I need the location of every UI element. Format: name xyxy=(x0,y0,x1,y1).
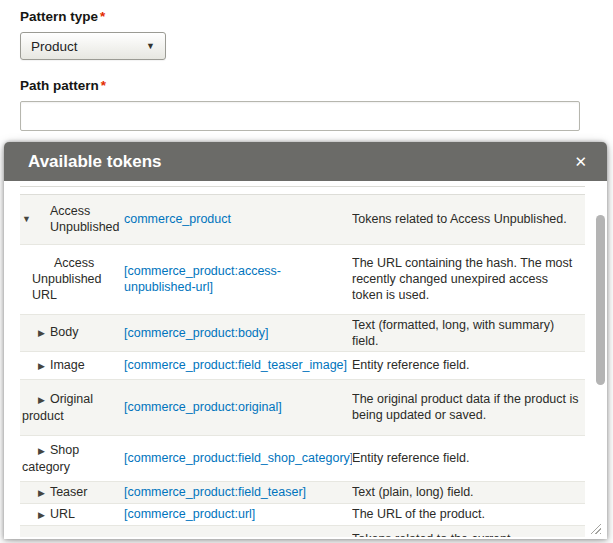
path-pattern-label: Path pattern* xyxy=(20,77,593,94)
token-value-cell: [commerce_product:body] xyxy=(124,314,352,351)
clipped-row xyxy=(20,187,585,194)
token-description: Entity reference field. xyxy=(352,451,469,465)
token-name-cell[interactable]: ▶URL xyxy=(20,503,124,525)
token-tree-scroll-area[interactable]: ▼ Access Unpublished commerce_product To… xyxy=(20,186,585,537)
tree-indent xyxy=(22,453,38,454)
close-icon[interactable]: ✕ xyxy=(572,152,589,171)
token-row-teaser: ▶Teaser [commerce_product:field_teaser] … xyxy=(20,481,585,503)
tree-indent xyxy=(22,402,38,403)
token-description: The URL containing the hash. The most re… xyxy=(352,256,572,302)
token-value-cell: [commerce_product:field_shop_category] xyxy=(124,435,352,481)
token-name-cell[interactable]: ▼ Access Unpublished xyxy=(20,194,124,244)
token-desc-cell: Entity reference field. xyxy=(352,435,585,481)
token-name: Access Unpublished xyxy=(50,204,120,234)
token-link[interactable]: [commerce_product:url] xyxy=(124,507,255,521)
tree-indent xyxy=(32,266,54,267)
token-link[interactable]: [commerce_product:body] xyxy=(124,326,269,340)
path-pattern-label-text: Path pattern xyxy=(20,78,99,93)
token-description: Tokens related to Access Unpublished. xyxy=(352,212,567,226)
token-description: The original product data if the product… xyxy=(352,392,579,422)
tree-indent xyxy=(22,368,38,369)
token-name-cell: Access Unpublished URL xyxy=(20,244,124,314)
token-name-cell[interactable]: ▶Original product xyxy=(20,379,124,435)
expand-toggle-icon[interactable]: ▶ xyxy=(38,488,45,498)
token-row-original-product: ▶Original product [commerce_product:orig… xyxy=(20,379,585,435)
token-row-image: ▶Image [commerce_product:field_teaser_im… xyxy=(20,351,585,379)
token-link[interactable]: [commerce_product:original] xyxy=(124,400,282,414)
tree-indent xyxy=(22,517,38,518)
token-desc-cell: Tokens related to Access Unpublished. xyxy=(352,194,585,244)
token-link[interactable]: [commerce_product:field_shop_category] xyxy=(124,451,352,465)
token-name-cell xyxy=(20,525,124,537)
token-row-body: ▶Body [commerce_product:body] Text (form… xyxy=(20,314,585,351)
token-description: Tokens related to the current xyxy=(352,532,510,538)
token-desc-cell: Entity reference field. xyxy=(352,351,585,379)
pattern-type-select[interactable]: Product ▼ xyxy=(20,32,166,60)
token-description: Text (plain, long) field. xyxy=(352,485,474,499)
dialog-header[interactable]: Available tokens ✕ xyxy=(4,142,607,181)
token-name: Image xyxy=(50,358,85,372)
token-link[interactable]: commerce_product xyxy=(124,212,231,226)
pattern-type-label-text: Pattern type xyxy=(20,9,98,24)
token-name: Shop category xyxy=(22,443,79,474)
expand-toggle-icon[interactable]: ▶ xyxy=(38,510,45,520)
token-row-access-unpublished: ▼ Access Unpublished commerce_product To… xyxy=(20,194,585,244)
token-desc-cell: Text (formatted, long, with summary) fie… xyxy=(352,314,585,351)
token-name: Access Unpublished URL xyxy=(32,256,102,302)
token-desc-cell: The URL containing the hash. The most re… xyxy=(352,244,585,314)
token-desc-cell: Text (plain, long) field. xyxy=(352,481,585,503)
token-value-cell: commerce_product xyxy=(124,194,352,244)
token-description: Text (formatted, long, with summary) fie… xyxy=(352,318,554,348)
scrollbar-thumb[interactable] xyxy=(596,215,605,385)
token-link[interactable]: [commerce_product:access-unpublished-url… xyxy=(124,264,281,294)
token-description: The URL of the product. xyxy=(352,507,485,521)
token-value-cell: [commerce_product:url] xyxy=(124,503,352,525)
token-name-cell[interactable]: ▶Teaser xyxy=(20,481,124,503)
required-asterisk: * xyxy=(100,9,105,24)
expand-toggle-icon[interactable]: ▶ xyxy=(38,395,45,405)
collapse-toggle-icon[interactable]: ▼ xyxy=(22,211,31,227)
token-value-cell xyxy=(124,525,352,537)
token-link[interactable]: [commerce_product:field_teaser_image] xyxy=(124,358,347,372)
token-description: Entity reference field. xyxy=(352,358,469,372)
token-link[interactable]: [commerce_product:field_teaser] xyxy=(124,485,306,499)
token-name: Original product xyxy=(22,392,93,423)
path-pattern-input[interactable] xyxy=(20,101,580,131)
tree-indent xyxy=(22,495,38,496)
expand-toggle-icon[interactable]: ▶ xyxy=(38,361,45,371)
token-value-cell: [commerce_product:access-unpublished-url… xyxy=(124,244,352,314)
pattern-type-selected-value: Product xyxy=(31,39,78,54)
pathauto-form: Pattern type* Product ▼ Path pattern* Br… xyxy=(0,0,613,157)
pattern-type-label: Pattern type* xyxy=(20,8,593,25)
required-asterisk: * xyxy=(101,78,106,93)
token-name-cell[interactable]: ▶Image xyxy=(20,351,124,379)
token-name: Teaser xyxy=(50,485,88,499)
token-name: URL xyxy=(50,507,75,521)
dialog-body: ▼ Access Unpublished commerce_product To… xyxy=(4,181,607,539)
token-name-cell[interactable]: ▶Shop category xyxy=(20,435,124,481)
token-desc-cell: The URL of the product. xyxy=(352,503,585,525)
token-row-clipped-bottom: Tokens related to the current xyxy=(20,525,585,537)
tree-indent xyxy=(22,335,38,336)
expand-toggle-icon[interactable]: ▶ xyxy=(38,328,45,338)
token-name: Body xyxy=(50,325,79,339)
available-tokens-dialog: Available tokens ✕ ▼ Access Unpublished … xyxy=(4,142,607,539)
token-desc-cell: Tokens related to the current xyxy=(352,525,585,537)
token-row-access-unpublished-url: Access Unpublished URL [commerce_product… xyxy=(20,244,585,314)
token-table: ▼ Access Unpublished commerce_product To… xyxy=(20,187,585,537)
token-name-cell[interactable]: ▶Body xyxy=(20,314,124,351)
token-value-cell: [commerce_product:field_teaser_image] xyxy=(124,351,352,379)
token-value-cell: [commerce_product:original] xyxy=(124,379,352,435)
select-dropdown-arrow-icon: ▼ xyxy=(146,41,155,51)
token-value-cell: [commerce_product:field_teaser] xyxy=(124,481,352,503)
token-row-shop-category: ▶Shop category [commerce_product:field_s… xyxy=(20,435,585,481)
token-row-url: ▶URL [commerce_product:url] The URL of t… xyxy=(20,503,585,525)
token-desc-cell: The original product data if the product… xyxy=(352,379,585,435)
dialog-title: Available tokens xyxy=(28,152,572,172)
expand-toggle-icon[interactable]: ▶ xyxy=(38,446,45,456)
